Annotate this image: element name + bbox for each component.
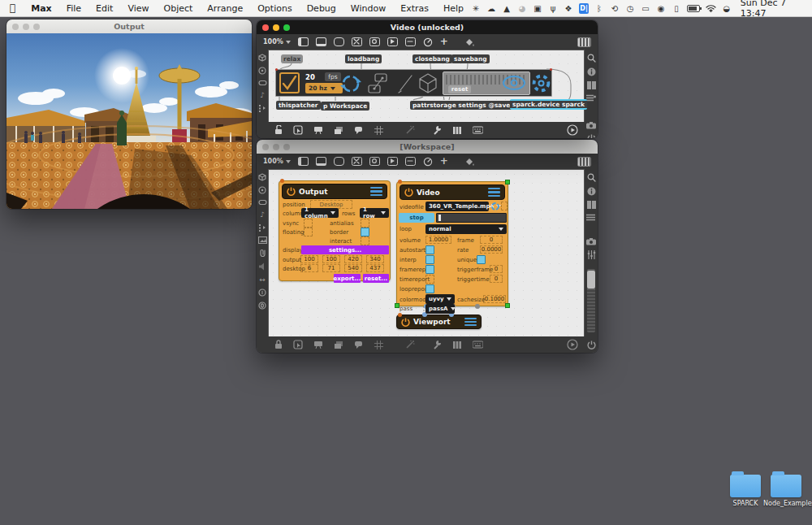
timereport-checkbox[interactable] xyxy=(425,275,434,284)
sequence-objects-icon[interactable] xyxy=(258,223,266,232)
apple-menu-icon[interactable]:  xyxy=(10,2,15,14)
timemachine-status-icon[interactable]: ⟲ xyxy=(610,2,620,14)
keyboard-icon[interactable] xyxy=(473,341,483,349)
grid-icon[interactable] xyxy=(374,341,383,349)
power-icon[interactable] xyxy=(587,134,596,138)
attach-clip-icon[interactable] xyxy=(259,249,266,258)
columns-icon[interactable] xyxy=(587,81,596,89)
workspace-patcher-canvas[interactable]: Output position Desktop columns 1 column… xyxy=(268,169,585,336)
triggerframe-value[interactable]: 0 xyxy=(490,265,503,273)
pass-dropdown[interactable]: passA xyxy=(425,304,455,314)
patcher-grid-icon[interactable] xyxy=(577,37,591,47)
dial-tool-icon[interactable] xyxy=(423,157,433,167)
move-arrows-icon[interactable]: ↔ xyxy=(259,276,266,284)
thispatcher-object[interactable]: thispatcher xyxy=(276,101,321,110)
rate-menu[interactable]: 20 hz xyxy=(305,83,343,93)
settings-button[interactable]: settings... xyxy=(301,245,389,254)
button-tool-icon[interactable] xyxy=(369,37,380,46)
closebang-object[interactable]: closebang xyxy=(412,54,452,63)
settings-gear-icon[interactable] xyxy=(530,72,552,94)
autostart-checkbox[interactable] xyxy=(425,245,434,254)
vsync-checkbox[interactable] xyxy=(304,219,313,228)
rate-value[interactable]: 0.0000 xyxy=(480,245,503,254)
videofile-extra-checkbox[interactable] xyxy=(501,202,508,210)
loop-dropdown[interactable]: normal xyxy=(425,224,507,234)
viewport-panel[interactable]: Viewport xyxy=(396,315,482,329)
volume-value[interactable]: 1.0000 xyxy=(425,236,451,244)
inspector-list-icon[interactable] xyxy=(586,94,596,102)
interact-checkbox[interactable] xyxy=(361,236,369,245)
ui-objects-icon[interactable] xyxy=(258,80,267,86)
param-circle-icon[interactable] xyxy=(258,289,266,297)
button-tool-icon[interactable] xyxy=(369,157,380,166)
run-play-icon[interactable] xyxy=(567,124,578,136)
interp-checkbox[interactable] xyxy=(425,255,434,264)
annotations-icon[interactable] xyxy=(354,341,364,349)
dropbox-status-icon[interactable]: ❖ xyxy=(564,2,573,14)
menu-file[interactable]: File xyxy=(59,3,89,14)
desktop-h[interactable]: 437 xyxy=(366,264,384,272)
lock-icon[interactable] xyxy=(274,340,283,349)
search-icon[interactable] xyxy=(587,173,596,182)
savebang-object[interactable]: savebang xyxy=(451,54,490,63)
info-icon[interactable] xyxy=(587,67,596,76)
floating-checkbox[interactable] xyxy=(304,228,313,236)
window-manager-status-icon[interactable]: ▭ xyxy=(641,2,650,14)
add-object-icon[interactable]: + xyxy=(440,157,448,166)
run-toggle[interactable] xyxy=(279,72,300,93)
fps-number-box[interactable]: 20 xyxy=(305,73,315,81)
patcher-grid-icon[interactable] xyxy=(577,157,591,167)
desktop-y[interactable]: 71 xyxy=(322,264,340,272)
colormode-dropdown[interactable]: uyvy xyxy=(425,294,455,304)
delete-tool-icon[interactable] xyxy=(352,37,362,46)
border-checkbox[interactable] xyxy=(361,228,369,236)
videofile-dropdown[interactable]: 360_VR_Temple.mp4 xyxy=(425,202,489,211)
rows-dropdown[interactable]: 1 row xyxy=(360,208,389,218)
video-panel-header[interactable]: Video xyxy=(400,184,505,200)
dial-tool-icon[interactable] xyxy=(423,37,433,47)
battery-status-icon[interactable] xyxy=(687,5,700,12)
framereport-checkbox[interactable] xyxy=(425,265,434,274)
input-source-badge[interactable]: D| xyxy=(579,3,589,14)
cloud-status-icon[interactable]: ☁ xyxy=(486,2,496,14)
workspace-window-titlebar[interactable]: [Workspace] xyxy=(257,140,598,154)
object-box-tool-icon[interactable] xyxy=(298,157,309,166)
paint-bucket-icon[interactable] xyxy=(464,157,475,167)
user-status-icon[interactable]: ◒ xyxy=(722,2,732,14)
audio-status-icon[interactable]: ◉ xyxy=(656,2,666,14)
audio-objects-icon[interactable]: ♪ xyxy=(260,91,265,99)
power-icon[interactable] xyxy=(587,341,596,349)
snowflake-status-icon[interactable]: ✳ xyxy=(471,2,481,14)
video-patcher-window[interactable]: Video (unlocked) 100% + ♪ xyxy=(257,20,598,138)
zero-circle-icon[interactable] xyxy=(258,302,266,310)
loadbang-object[interactable]: loadbang xyxy=(345,54,382,63)
patcher-scrollbar[interactable] xyxy=(587,269,595,332)
panel-menu-icon[interactable] xyxy=(488,188,500,197)
relax-message-box[interactable]: relax xyxy=(281,54,303,63)
menu-help[interactable]: Help xyxy=(436,3,471,14)
add-object-icon[interactable]: + xyxy=(440,37,448,46)
menu-view[interactable]: View xyxy=(120,3,156,14)
stop-button[interactable]: stop xyxy=(399,213,434,223)
output-w[interactable]: 420 xyxy=(344,255,362,263)
sequence-objects-icon[interactable] xyxy=(258,104,266,112)
3d-objects-icon[interactable] xyxy=(258,173,266,181)
panorama-view[interactable] xyxy=(6,33,252,209)
menu-arrange[interactable]: Arrange xyxy=(200,3,250,14)
output-x[interactable]: 100 xyxy=(300,255,318,263)
frame-value[interactable]: 0 xyxy=(480,236,503,244)
antialias-checkbox[interactable] xyxy=(361,219,369,228)
outlet-dot-2[interactable] xyxy=(475,304,480,309)
clock-status-icon[interactable]: ◷ xyxy=(625,2,635,14)
edit-pencil-icon[interactable] xyxy=(395,72,416,94)
usb-status-icon[interactable]: ψ xyxy=(548,2,558,14)
output-panel-header[interactable]: Output xyxy=(282,184,387,199)
zoom-dropdown[interactable]: 100% xyxy=(263,38,291,46)
desktop-w[interactable]: 540 xyxy=(344,264,362,272)
panel-menu-icon[interactable] xyxy=(464,318,477,327)
toggle-tool-icon[interactable] xyxy=(387,37,398,46)
edit-mode-icon[interactable] xyxy=(293,125,303,135)
annotations-icon[interactable] xyxy=(354,126,364,135)
selection-handle-br[interactable] xyxy=(505,303,510,308)
menu-debug[interactable]: Debug xyxy=(300,3,343,14)
